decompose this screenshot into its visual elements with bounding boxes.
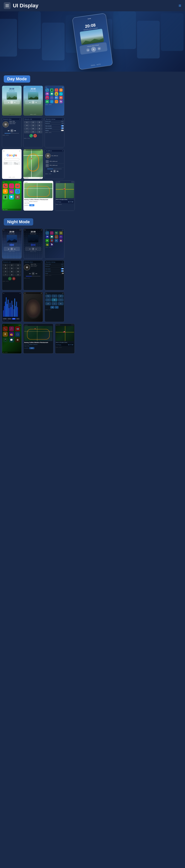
night-screenshots: ●●●▰▰ 20:08 Beautiful place <box>0 228 185 354</box>
day-row-3: ●●●▰▰ Google Google Search I'm Feeling E… <box>2 149 183 179</box>
screen2-time: 20:08 <box>31 88 36 90</box>
day-map-screen: 📍 ●●●▰▰ 10:18 ETA 9.0 mi <box>23 149 43 179</box>
day-mode-section: Day Mode ●●●▰▰ 20:08 Beautiful place <box>0 72 185 211</box>
night-poi-screen: ●●● ▰▰ 📍 Sunny Coffee Modern Restaurant … <box>23 323 53 354</box>
header-left: UI Display <box>4 2 38 9</box>
night-bt-settings-screen: Bluetooth_Settings ✕ Device name CarBT D… <box>45 260 64 290</box>
night-bt-music-screen: Bluetooth_Music ✕ Music Title Music Albu… <box>23 260 43 290</box>
flower-toggle[interactable] <box>61 130 63 131</box>
go-button[interactable]: GO <box>29 204 34 206</box>
night-nav-controls-screen: ●●●▰▰ ↖ ↑ ↗ ← ⊙ → ↙ ↓ ↘ <box>45 292 64 322</box>
night-row-1: ●●●▰▰ 20:08 Beautiful place <box>2 228 183 259</box>
day-ios-launcher: ●●●▰▰▰ 📞 🎵 📹 🎙 📻 🎧 📱 <box>2 181 22 211</box>
app-header: UI Display ≡ <box>0 0 185 11</box>
night-row-3: ●●●▰▰ <box>2 292 183 322</box>
day-screenshots: ●●●▰▰ 20:08 Beautiful place ⏮ ⏸ ⏭ <box>0 86 185 211</box>
day-google-screen: ●●●▰▰ Google Google Search I'm Feeling E… <box>2 149 22 179</box>
night-mode-section: Night Mode ●●●▰▰ 20:08 Beautiful place <box>0 215 185 354</box>
night-music-screen-2: ●●●▰▰ 20:08 Beautiful place <box>23 228 43 259</box>
day-music-screen-1: ●●●▰▰ 20:08 Beautiful place ⏮ ⏸ ⏭ <box>2 86 22 116</box>
night-row-2: Bluetooth_Call ✕ 1 2 3 4 5 6 7 8 9 * <box>2 260 183 290</box>
hero-section: ●●● 20:08 Beautiful place of dream A sto… <box>0 11 185 72</box>
google-logo: Google <box>7 154 17 157</box>
night-nav-screen: ●●● 10:189.0 mi 🚗 Start on Donglue Road … <box>55 323 75 354</box>
day-row-4: ●●●▰▰▰ 📞 🎵 📹 🎙 📻 🎧 📱 <box>2 181 183 211</box>
day-app-grid-screen: ●●●▰▰ 📞 📱 🎵 ⚙ 🗺 💬 📺 🔧 📷 🎮 <box>45 86 64 116</box>
day-row-1: ●●●▰▰ 20:08 Beautiful place ⏮ ⏸ ⏭ <box>2 86 183 116</box>
day-bt-settings-screen: Bluetooth_Settings ✕ Device name CarBT D… <box>45 117 64 148</box>
night-eq-screen: ●●●▰▰ <box>2 292 22 322</box>
night-ios-launcher: ●●●▰▰▰ 📞 🎵 📹 🎙 📻 🎧 📱 💬 <box>2 323 22 354</box>
auto-connect-toggle[interactable] <box>61 127 63 129</box>
day-bt-call-screen: Bluetooth_Call ✕ 123 456 789 *0# 📞 📵 <box>23 117 43 148</box>
auto-answer-toggle[interactable] <box>61 125 63 126</box>
day-bt-music-screen: Bluetooth_Music ✕ Music Title Music Albu… <box>2 117 22 148</box>
day-poi-screen: ●●● ▰▰ 📍 Sunny Coffee Modern Restaurant … <box>23 181 53 211</box>
night-photo-screen: ●●●▰▰ <box>23 292 43 322</box>
day-music-screen-2: ●●●▰▰ 20:08 Beautiful place ⏮ ⏸ ⏭ <box>23 86 43 116</box>
night-app-grid-screen: ●●●▰▰ 📞 🎵 📷 ⚙ 🗺 💬 📺 🎮 ✉ 🌐 BT <box>45 228 64 259</box>
day-mode-label: Day Mode <box>4 75 30 83</box>
menu-button[interactable] <box>4 2 10 9</box>
page-title: UI Display <box>13 3 38 9</box>
night-mode-label: Night Mode <box>4 218 33 225</box>
night-music-screen-1: ●●●▰▰ 20:08 Beautiful place <box>2 228 22 259</box>
night-bt-call-screen: Bluetooth_Call ✕ 1 2 3 4 5 6 7 8 9 * <box>2 260 22 290</box>
day-social-music-screen: SocialMusic ✕ 华米_3938.mp3 华米_3828.mp3 <box>45 149 64 179</box>
hero-phone: ●●● 20:08 Beautiful place of dream A sto… <box>76 15 109 68</box>
hamburger-icon[interactable]: ≡ <box>179 3 181 8</box>
day-nav-screen: ●●● 10:189.0 mi 🚗 Start on Donglue Road <box>55 181 75 211</box>
night-go-button[interactable]: GO <box>29 347 34 349</box>
night-auto-connect-toggle[interactable] <box>61 270 63 272</box>
day-row-2: Bluetooth_Music ✕ Music Title Music Albu… <box>2 117 183 148</box>
page-footer <box>0 355 185 363</box>
night-auto-answer-toggle[interactable] <box>61 268 63 270</box>
screen1-time: 20:08 <box>9 88 14 90</box>
night-flower-toggle[interactable] <box>61 273 63 274</box>
night-row-4: ●●●▰▰▰ 📞 🎵 📹 🎙 📻 🎧 📱 💬 <box>2 323 183 354</box>
